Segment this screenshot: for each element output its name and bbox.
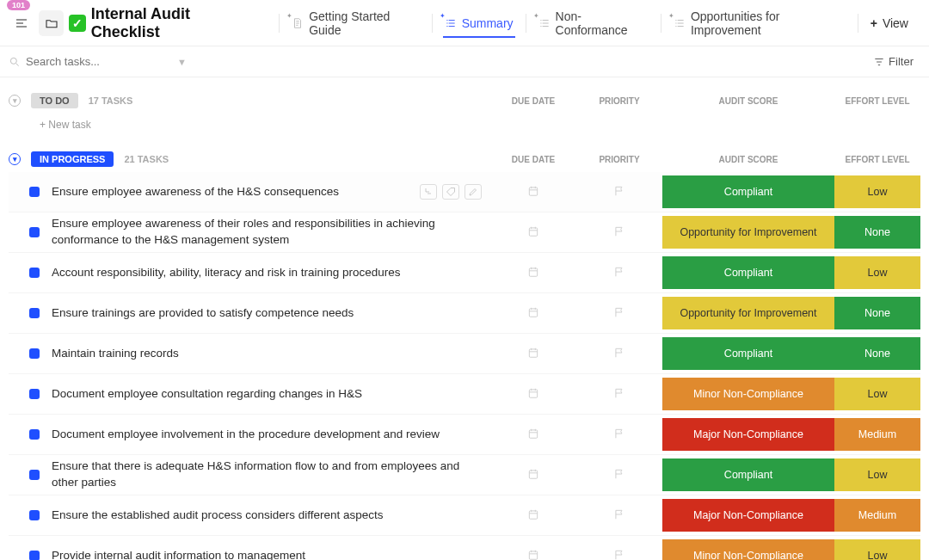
tab-getting-started[interactable]: ✦ Getting Started Guide bbox=[280, 0, 432, 46]
edit-icon[interactable] bbox=[464, 184, 482, 200]
status-bullet[interactable] bbox=[29, 227, 40, 237]
due-date-cell[interactable] bbox=[490, 185, 576, 200]
task-title[interactable]: Ensure employee awareness of the H&S con… bbox=[52, 184, 420, 200]
audit-score-cell[interactable]: Compliant bbox=[662, 175, 834, 208]
priority-cell[interactable] bbox=[576, 549, 662, 561]
subtask-icon[interactable] bbox=[420, 184, 437, 200]
task-title[interactable]: Document employee consultation regarding… bbox=[52, 386, 490, 403]
task-row[interactable]: ⋮⋮Ensure employee awareness of the H&S c… bbox=[9, 172, 920, 212]
priority-cell[interactable] bbox=[576, 347, 662, 361]
audit-score-cell[interactable]: Major Non-Compliance bbox=[662, 499, 834, 532]
due-date-cell[interactable] bbox=[490, 508, 576, 523]
status-bullet[interactable] bbox=[29, 470, 40, 480]
priority-cell[interactable] bbox=[576, 428, 662, 442]
priority-cell[interactable] bbox=[576, 468, 662, 483]
tab-non-conformance[interactable]: ✦ Non-Conformance bbox=[526, 0, 661, 46]
effort-level-cell[interactable]: Medium bbox=[834, 499, 920, 532]
status-bullet[interactable] bbox=[29, 268, 40, 278]
effort-level-cell[interactable]: None bbox=[834, 297, 920, 329]
svg-rect-1 bbox=[529, 187, 537, 194]
due-date-cell[interactable] bbox=[490, 266, 576, 280]
collapse-toggle[interactable]: ▾ bbox=[9, 153, 21, 165]
audit-score-cell[interactable]: Major Non-Compliance bbox=[662, 418, 834, 451]
folder-button[interactable] bbox=[39, 10, 64, 36]
task-title[interactable]: Ensure trainings are provided to satisfy… bbox=[52, 305, 490, 322]
priority-cell[interactable] bbox=[576, 306, 662, 321]
effort-level-cell[interactable]: None bbox=[834, 337, 920, 370]
svg-rect-10 bbox=[529, 551, 537, 558]
audit-score-cell[interactable]: Compliant bbox=[662, 337, 834, 370]
due-date-cell[interactable] bbox=[490, 468, 576, 483]
task-row[interactable]: ⋮⋮Provide internal audit information to … bbox=[9, 536, 920, 560]
status-bullet[interactable] bbox=[29, 308, 40, 318]
priority-cell[interactable] bbox=[576, 508, 662, 523]
task-row[interactable]: ⋮⋮Maintain training recordsCompliantNone bbox=[9, 334, 920, 374]
col-header-due: DUE DATE bbox=[490, 155, 576, 164]
audit-score-cell[interactable]: Minor Non-Compliance bbox=[662, 539, 834, 560]
status-bullet[interactable] bbox=[29, 389, 40, 399]
tab-opportunities[interactable]: ✦ Opportunities for Improvement bbox=[661, 0, 858, 46]
status-bullet[interactable] bbox=[29, 348, 40, 359]
add-view-button[interactable]: + View bbox=[858, 16, 920, 30]
status-bullet[interactable] bbox=[29, 551, 40, 560]
effort-level-cell[interactable]: Low bbox=[834, 175, 920, 208]
effort-level-cell[interactable]: Low bbox=[834, 539, 920, 560]
header: ✓ Internal Audit Checklist ✦ Getting Sta… bbox=[0, 0, 929, 46]
status-chip[interactable]: IN PROGRESS bbox=[31, 151, 114, 167]
status-chip[interactable]: TO DO bbox=[31, 93, 78, 108]
effort-level-cell[interactable]: Medium bbox=[834, 418, 920, 451]
due-date-cell[interactable] bbox=[490, 306, 576, 321]
status-bullet[interactable] bbox=[29, 510, 40, 520]
notification-badge[interactable]: 101 bbox=[7, 0, 30, 10]
new-task-button[interactable]: + New task bbox=[9, 114, 920, 136]
due-date-cell[interactable] bbox=[490, 549, 576, 561]
task-row[interactable]: ⋮⋮Ensure trainings are provided to satis… bbox=[9, 293, 920, 334]
priority-cell[interactable] bbox=[576, 266, 662, 280]
task-row[interactable]: ⋮⋮Ensure that there is adequate H&S info… bbox=[9, 455, 920, 495]
effort-level-cell[interactable]: None bbox=[834, 216, 920, 249]
effort-level-cell[interactable]: Low bbox=[834, 256, 920, 289]
task-row[interactable]: ⋮⋮Document employee consultation regardi… bbox=[9, 374, 920, 415]
collapse-toggle[interactable]: ▾ bbox=[9, 95, 21, 107]
due-date-cell[interactable] bbox=[490, 387, 576, 402]
task-title[interactable]: Document employee involvement in the pro… bbox=[52, 427, 490, 443]
svg-point-0 bbox=[10, 58, 16, 64]
filter-icon bbox=[873, 56, 885, 68]
status-bullet[interactable] bbox=[29, 187, 40, 197]
audit-score-cell[interactable]: Compliant bbox=[662, 458, 834, 491]
task-title[interactable]: Ensure the established audit process con… bbox=[52, 508, 490, 524]
task-title[interactable]: Maintain training records bbox=[52, 346, 490, 362]
svg-rect-6 bbox=[529, 389, 537, 397]
task-row[interactable]: ⋮⋮Document employee involvement in the p… bbox=[9, 415, 920, 455]
priority-cell[interactable] bbox=[576, 225, 662, 240]
tab-summary[interactable]: ✦ Summary bbox=[433, 0, 526, 46]
task-title[interactable]: Ensure that there is adequate H&S inform… bbox=[52, 458, 490, 491]
hamburger-menu[interactable] bbox=[9, 10, 34, 36]
svg-rect-9 bbox=[529, 510, 537, 518]
audit-score-cell[interactable]: Compliant bbox=[662, 256, 834, 289]
effort-level-cell[interactable]: Low bbox=[834, 378, 920, 410]
due-date-cell[interactable] bbox=[490, 347, 576, 361]
due-date-cell[interactable] bbox=[490, 428, 576, 442]
filter-button[interactable]: Filter bbox=[866, 52, 920, 71]
svg-rect-5 bbox=[529, 348, 537, 356]
priority-cell[interactable] bbox=[576, 387, 662, 402]
effort-level-cell[interactable]: Low bbox=[834, 458, 920, 491]
tag-icon[interactable] bbox=[442, 184, 459, 200]
task-title[interactable]: Account responsibility, ability, literac… bbox=[52, 265, 490, 281]
task-row[interactable]: ⋮⋮Account responsibility, ability, liter… bbox=[9, 253, 920, 293]
audit-score-cell[interactable]: Opportunity for Improvement bbox=[662, 216, 834, 249]
due-date-cell[interactable] bbox=[490, 225, 576, 240]
search-input[interactable] bbox=[26, 55, 163, 68]
col-header-audit: AUDIT SCORE bbox=[662, 96, 834, 106]
col-header-effort: EFFORT LEVEL bbox=[834, 96, 920, 106]
task-title[interactable]: Provide internal audit information to ma… bbox=[52, 548, 490, 560]
task-row[interactable]: ⋮⋮Ensure employee awareness of their rol… bbox=[9, 212, 920, 253]
status-bullet[interactable] bbox=[29, 429, 40, 440]
chevron-down-icon[interactable]: ▼ bbox=[177, 57, 187, 67]
priority-cell[interactable] bbox=[576, 185, 662, 200]
audit-score-cell[interactable]: Minor Non-Compliance bbox=[662, 378, 834, 410]
task-row[interactable]: ⋮⋮Ensure the established audit process c… bbox=[9, 495, 920, 536]
audit-score-cell[interactable]: Opportunity for Improvement bbox=[662, 297, 834, 329]
task-title[interactable]: Ensure employee awareness of their roles… bbox=[52, 216, 490, 249]
